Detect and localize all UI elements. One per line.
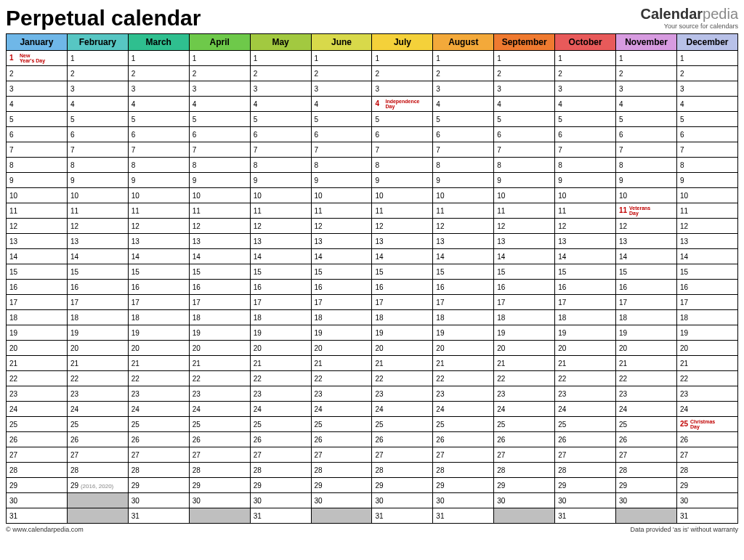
day-cell: 1 (128, 51, 189, 66)
day-cell: 21 (555, 356, 616, 371)
day-cell: 24 (676, 402, 737, 417)
day-cell: 31 (372, 508, 433, 524)
day-cell: 28 (67, 463, 128, 478)
day-cell: 14 (676, 249, 737, 264)
day-cell: 12 (128, 219, 189, 234)
day-cell: 1 (311, 51, 372, 66)
day-cell: 18 (250, 310, 311, 325)
day-cell: 28 (555, 463, 616, 478)
day-cell: 3 (555, 81, 616, 97)
day-cell: 6 (7, 127, 68, 142)
day-cell: 20 (250, 341, 311, 356)
day-cell: 24 (7, 402, 68, 417)
day-cell: 13 (372, 234, 433, 249)
day-cell: 3 (676, 81, 737, 97)
day-cell: 20 (189, 341, 250, 356)
day-cell: 28 (250, 463, 311, 478)
day-cell: 24 (616, 402, 677, 417)
day-cell: 16 (372, 280, 433, 295)
day-cell: 9 (128, 173, 189, 188)
day-cell: 30 (494, 493, 555, 508)
header: Perpetual calendar Calendarpedia Your so… (6, 6, 738, 31)
day-cell: 2 (189, 66, 250, 81)
leap-note: (2016, 2020) (81, 483, 113, 490)
day-cell: 22 (676, 371, 737, 386)
day-cell: 24 (67, 402, 128, 417)
day-cell: 29(2016, 2020) (67, 478, 128, 493)
day-cell: 2 (676, 66, 737, 81)
day-cell: 22 (67, 371, 128, 386)
day-cell: 10 (189, 188, 250, 203)
day-cell: 12 (433, 219, 494, 234)
day-cell: 28 (311, 463, 372, 478)
day-cell: 21 (676, 356, 737, 371)
day-cell: 9 (67, 173, 128, 188)
day-cell (494, 508, 555, 524)
day-cell: 14 (311, 249, 372, 264)
day-cell: 6 (494, 127, 555, 142)
calendar-body: 1NewYear's Day11111111111222222222222333… (7, 51, 738, 524)
day-cell: 20 (555, 341, 616, 356)
month-header-november: November (616, 34, 677, 51)
day-cell: 20 (128, 341, 189, 356)
day-cell: 20 (372, 341, 433, 356)
day-cell: 28 (189, 463, 250, 478)
day-cell: 7 (189, 142, 250, 158)
day-cell: 16 (128, 280, 189, 295)
day-cell: 8 (555, 158, 616, 173)
day-cell: 24 (433, 402, 494, 417)
day-cell: 29 (433, 478, 494, 493)
day-cell: 13 (616, 234, 677, 249)
brand: Calendarpedia Your source for calendars (640, 6, 738, 30)
day-cell (616, 508, 677, 524)
day-cell: 4 (7, 97, 68, 112)
day-cell: 6 (250, 127, 311, 142)
day-cell: 30 (189, 493, 250, 508)
day-cell: 23 (250, 386, 311, 402)
day-cell: 22 (128, 371, 189, 386)
day-cell: 23 (555, 386, 616, 402)
day-cell: 14 (616, 249, 677, 264)
brand-name-1: Calendar (640, 6, 703, 22)
day-cell: 15 (494, 264, 555, 280)
day-cell: 3 (67, 81, 128, 97)
day-cell: 22 (372, 371, 433, 386)
day-cell: 10 (372, 188, 433, 203)
day-cell (311, 508, 372, 524)
day-cell: 21 (250, 356, 311, 371)
holiday-label: NewYear's Day (20, 53, 45, 63)
day-cell: 2 (67, 66, 128, 81)
day-cell: 5 (128, 112, 189, 127)
table-row: 101010101010101010101010 (7, 188, 738, 203)
day-cell: 5 (372, 112, 433, 127)
day-cell: 6 (676, 127, 737, 142)
day-cell: 10 (555, 188, 616, 203)
day-cell: 12 (676, 219, 737, 234)
day-cell: 22 (7, 371, 68, 386)
day-cell: 5 (616, 112, 677, 127)
day-cell: 9 (676, 173, 737, 188)
day-cell: 15 (189, 264, 250, 280)
day-cell: 14 (372, 249, 433, 264)
day-cell: 15 (128, 264, 189, 280)
day-cell: 30 (555, 493, 616, 508)
day-cell: 26 (7, 432, 68, 447)
table-row: 31313131313131 (7, 508, 738, 524)
holiday-label: ChristmasDay (690, 419, 715, 429)
day-cell: 28 (7, 463, 68, 478)
day-cell: 17 (250, 295, 311, 310)
day-cell: 9 (616, 173, 677, 188)
day-cell: 15 (311, 264, 372, 280)
day-cell: 14 (433, 249, 494, 264)
day-cell: 7 (555, 142, 616, 158)
day-cell: 1 (433, 51, 494, 66)
day-cell: 21 (128, 356, 189, 371)
day-cell: 23 (433, 386, 494, 402)
day-cell: 9 (7, 173, 68, 188)
day-cell: 26 (250, 432, 311, 447)
day-cell: 23 (494, 386, 555, 402)
day-cell: 8 (494, 158, 555, 173)
day-cell: 2 (372, 66, 433, 81)
day-cell: 18 (311, 310, 372, 325)
day-cell: 4 (67, 97, 128, 112)
